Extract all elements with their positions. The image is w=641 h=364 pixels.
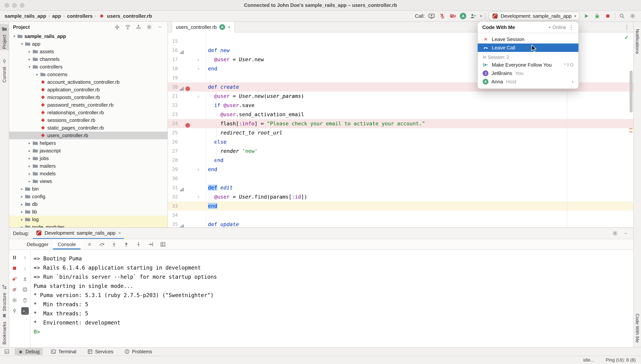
code-text[interactable]: if @user.save (206, 101, 254, 110)
chevron-right-icon[interactable]: ▸ (19, 217, 25, 222)
editor-gutter[interactable]: 26 (168, 137, 206, 146)
chevron-right-icon[interactable]: ▸ (27, 49, 32, 54)
tree-item-models[interactable]: ▸models (9, 170, 168, 178)
editor-tab-users-controller[interactable]: users_controller.rb A × (172, 22, 235, 32)
tab-debugger[interactable]: Debugger (22, 239, 53, 250)
debug-icon[interactable] (593, 12, 601, 20)
code-text[interactable]: end (206, 156, 224, 165)
breadcrumb-item[interactable]: users_controller.rb (107, 13, 152, 19)
stop-icon[interactable] (10, 263, 20, 273)
editor-scrollbar[interactable] (630, 70, 632, 112)
tree-item-jobs[interactable]: ▸jobs (9, 154, 168, 162)
line-number[interactable]: 33 (168, 202, 178, 210)
camera-off-icon[interactable] (449, 12, 457, 20)
scroll-to-end-icon[interactable] (20, 274, 30, 284)
hide-icon[interactable]: − (622, 230, 630, 237)
code-text[interactable] (206, 174, 208, 183)
code-text[interactable]: @user = User.new (206, 55, 264, 64)
editor-gutter[interactable]: 18∧ (168, 64, 206, 73)
tree-item-node-modules[interactable]: ▸node_modules (9, 223, 168, 228)
force-step-into-icon[interactable] (122, 240, 130, 248)
editor-options-icon[interactable]: ⋮ (624, 24, 630, 30)
chevron-right-icon[interactable]: ▸ (34, 72, 40, 77)
tree-item-views[interactable]: ▸views (9, 178, 168, 185)
expand-all-icon[interactable] (124, 23, 132, 31)
close-session-icon[interactable]: × (118, 230, 121, 236)
mute-breakpoints-icon[interactable] (10, 285, 20, 294)
popup-item-jetbrains[interactable]: JJetBrainsYou (478, 69, 578, 78)
code-line-27[interactable]: 27 render 'new' (168, 146, 633, 156)
line-number[interactable]: 22 (168, 101, 178, 110)
inspections-ok-icon[interactable]: ✓ (624, 34, 629, 41)
chevron-right-icon[interactable]: ▸ (27, 148, 32, 153)
line-number[interactable]: 31 (168, 183, 178, 192)
toolwindow-button-debug[interactable]: Debug (14, 348, 43, 355)
pause-icon[interactable] (10, 252, 20, 262)
tree-item-microposts-controller-rb[interactable]: microposts_controller.rb (9, 94, 168, 101)
line-number[interactable]: 25 (168, 128, 178, 137)
code-text[interactable]: def new (206, 46, 230, 55)
rails-action-icon[interactable] (180, 222, 184, 228)
tree-item-channels[interactable]: ▸channels (9, 55, 168, 63)
tree-item-config[interactable]: ▸config (9, 193, 168, 200)
toolwindow-button-terminal[interactable]: Terminal (47, 348, 79, 355)
chevron-right-icon[interactable]: ▸ (27, 141, 32, 145)
line-number[interactable]: 26 (168, 137, 178, 146)
code-line-25[interactable]: 25 redirect_to root_url (168, 128, 633, 137)
stop-icon[interactable] (604, 12, 612, 20)
console-output[interactable]: => Booting Puma=> Rails 6.1.4.6 applicat… (31, 250, 633, 347)
tree-item-javascript[interactable]: ▸javascript (9, 147, 168, 154)
code-text[interactable]: end (206, 165, 217, 174)
code-text[interactable]: @user.send_activation_email (206, 110, 304, 119)
step-over-icon[interactable] (98, 240, 106, 248)
code-text[interactable]: def update (206, 220, 239, 228)
tree-item-bin[interactable]: ▸bin (9, 185, 168, 193)
line-number[interactable]: 23 (168, 110, 178, 119)
editor-gutter[interactable]: 27 (168, 146, 206, 156)
line-number[interactable]: 27 (168, 146, 178, 156)
chevron-right-icon[interactable]: ▸ (19, 194, 25, 199)
code-text[interactable] (206, 210, 208, 220)
settings-icon[interactable] (629, 12, 636, 20)
fold-marker-icon[interactable]: ∧ (195, 55, 202, 64)
tree-item-db[interactable]: ▸db (9, 200, 168, 208)
step-into-icon[interactable] (110, 240, 118, 248)
settings-icon[interactable] (611, 230, 619, 237)
chevron-down-icon[interactable]: ▾ (19, 42, 25, 46)
line-number[interactable]: 34 (168, 210, 178, 220)
project-panel-title[interactable]: Project (13, 24, 30, 30)
line-number[interactable]: 21 (168, 92, 178, 101)
tree-item-relationships-controller-rb[interactable]: relationships_controller.rb (9, 109, 168, 116)
zoom-window-button[interactable] (20, 3, 24, 8)
line-number[interactable]: 15 (168, 37, 178, 46)
tree-item-helpers[interactable]: ▸helpers (9, 139, 168, 147)
line-number[interactable]: 19 (168, 73, 178, 82)
code-line-21[interactable]: 21∧ @user = User.new(user_params) (168, 92, 633, 101)
chevron-right-icon[interactable]: ▸ (27, 171, 32, 176)
stripe-commit[interactable]: Commit (0, 56, 9, 84)
invite-users-icon[interactable] (469, 12, 477, 20)
code-text[interactable]: @user = User.find(params[:id]) (206, 192, 307, 202)
options-icon[interactable]: ≡ (86, 240, 94, 248)
code-text[interactable]: end (206, 64, 217, 73)
down-icon[interactable]: ↓ (20, 263, 30, 273)
code-line-24[interactable]: 24 flash[:info] = "Please check your ema… (168, 119, 633, 128)
popup-item-leave-session[interactable]: ×Leave Session (478, 35, 578, 44)
pin-icon[interactable] (10, 306, 20, 316)
code-text[interactable]: redirect_to root_url (206, 128, 282, 137)
tree-item-concerns[interactable]: ▸concerns (9, 70, 168, 78)
run-config-select[interactable]: Development: sample_rails_app ▾ (488, 12, 580, 20)
view-breakpoints-icon[interactable] (10, 274, 20, 284)
editor-gutter[interactable]: 28 (168, 156, 206, 165)
editor-gutter[interactable]: 19 (168, 73, 206, 82)
fold-marker-icon[interactable]: ∧ (195, 92, 202, 101)
print-icon[interactable] (20, 285, 30, 294)
code-line-22[interactable]: 22 if @user.save (168, 101, 633, 110)
screen-share-icon[interactable] (428, 12, 435, 20)
stripe-project[interactable]: Project (0, 24, 9, 50)
code-line-29[interactable]: 29∧end (168, 165, 633, 174)
tree-item-lib[interactable]: ▸lib (9, 208, 168, 216)
editor-gutter[interactable]: 33 (168, 202, 206, 210)
code-line-33[interactable]: 33end (168, 202, 633, 210)
chevron-right-icon[interactable]: ▸ (19, 202, 25, 206)
